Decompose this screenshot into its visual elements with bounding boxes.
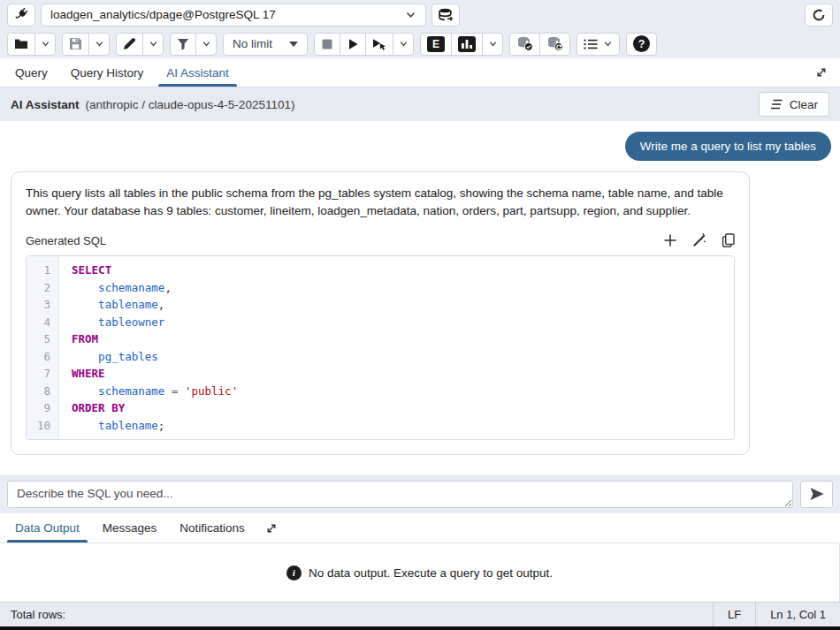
execute-button[interactable] <box>340 33 366 56</box>
line-number: 3 <box>27 296 58 314</box>
connection-status-button[interactable] <box>7 4 35 27</box>
sql-code-block[interactable]: 1SELECT2 schemaname,3 tablename,4 tableo… <box>26 255 735 440</box>
funnel-icon <box>177 38 189 50</box>
tab-messages[interactable]: Messages <box>91 513 169 543</box>
clear-button-label: Clear <box>790 98 818 111</box>
explain-analyze-button[interactable] <box>451 33 483 56</box>
explain-group: E <box>420 33 503 56</box>
sql-line: 7WHERE <box>27 365 734 383</box>
file-group <box>7 33 56 56</box>
edit-group <box>116 33 164 56</box>
tab-data-output[interactable]: Data Output <box>4 513 91 543</box>
generated-sql-actions <box>663 233 735 247</box>
macro-spinner-button[interactable] <box>805 4 833 27</box>
expand-editor-button[interactable] <box>806 58 836 87</box>
sql-line-text: tableowner <box>58 314 164 331</box>
expand-diagonal-icon <box>265 522 278 535</box>
sql-line: 6 pg_tables <box>27 348 734 366</box>
list-icon <box>584 38 598 50</box>
line-number: 8 <box>27 383 58 400</box>
refresh-icon <box>812 8 826 22</box>
database-connect-icon <box>438 8 454 22</box>
help-button[interactable]: ? <box>626 33 657 56</box>
tab-data-output-label: Data Output <box>15 521 80 535</box>
expand-output-button[interactable] <box>256 513 286 543</box>
tab-query-label: Query <box>15 66 48 80</box>
tab-query-history[interactable]: Query History <box>59 58 156 87</box>
tabs-spacer <box>241 58 806 87</box>
magic-wand-icon <box>692 233 706 247</box>
folder-icon <box>14 38 28 49</box>
clear-button[interactable]: Clear <box>759 92 829 117</box>
sql-line: 10 tablename; <box>27 417 734 435</box>
info-icon: i <box>286 565 302 581</box>
sql-line: 2 schemaname, <box>27 279 734 297</box>
save-button[interactable] <box>62 33 89 56</box>
explain-menu-button[interactable] <box>482 33 503 56</box>
connection-value: loadgen_analytics/dpage@PostgreSQL 17 <box>50 8 405 21</box>
apply-sql-button[interactable] <box>692 233 706 247</box>
user-message-bubble: Write me a query to list my tables <box>625 132 831 161</box>
explain-icon: E <box>427 36 445 52</box>
stop-button[interactable] <box>314 33 340 56</box>
dropdown-triangle-icon <box>289 42 298 47</box>
cursor-position: Ln 1, Col 1 <box>755 603 840 626</box>
sql-line: 9ORDER BY <box>27 399 734 417</box>
query-toolbar: No limit E <box>0 29 840 58</box>
bar-chart-icon <box>458 36 476 52</box>
sql-line-text: schemaname = 'public' <box>58 383 238 400</box>
edit-button[interactable] <box>116 33 143 56</box>
chevron-down-icon <box>399 39 409 49</box>
save-menu-button[interactable] <box>88 33 110 56</box>
tab-ai-assistant[interactable]: AI Assistant <box>155 58 241 87</box>
rollback-button[interactable] <box>539 33 570 56</box>
chevron-down-icon <box>202 39 211 49</box>
new-connection-button[interactable] <box>431 4 460 27</box>
line-number: 9 <box>27 399 58 417</box>
row-limit-select[interactable]: No limit <box>223 33 308 56</box>
total-rows-label: Total rows: <box>0 608 65 621</box>
connection-select[interactable]: loadgen_analytics/dpage@PostgreSQL 17 <box>41 4 426 27</box>
commit-button[interactable] <box>509 33 540 56</box>
macros-button[interactable] <box>577 33 620 56</box>
explain-button[interactable]: E <box>420 33 452 56</box>
prompt-input[interactable] <box>7 481 793 508</box>
status-bar: Total rows: LF Ln 1, Col 1 <box>0 602 840 626</box>
copy-sql-button[interactable] <box>722 233 735 247</box>
edit-menu-button[interactable] <box>142 33 164 56</box>
ai-assistant-model: (anthropic / claude-opus-4-5-20251101) <box>86 98 295 111</box>
tab-ai-assistant-label: AI Assistant <box>166 66 229 80</box>
open-file-button[interactable] <box>7 33 35 56</box>
execute-to-cursor-button[interactable] <box>365 33 393 56</box>
chevron-down-icon <box>488 39 498 49</box>
insert-sql-button[interactable] <box>663 233 677 247</box>
open-file-menu-button[interactable] <box>34 33 56 56</box>
execute-menu-button[interactable] <box>393 33 414 56</box>
sql-line-text: schemaname, <box>58 279 172 297</box>
tab-notifications[interactable]: Notifications <box>168 513 256 543</box>
window-bottom-edge <box>0 626 840 630</box>
filter-button[interactable] <box>170 33 196 56</box>
macros-group <box>577 33 620 56</box>
generated-sql-header: Generated SQL <box>26 233 735 247</box>
transaction-group <box>509 33 570 56</box>
save-icon <box>69 37 82 50</box>
chevron-down-icon <box>603 39 613 49</box>
chevron-down-icon <box>95 39 104 49</box>
ai-assistant-title: AI Assistant <box>11 98 80 111</box>
database-commit-icon <box>516 36 533 51</box>
filter-menu-button[interactable] <box>195 33 217 56</box>
sql-line-text: tablename, <box>58 296 164 314</box>
sql-code-lines: 1SELECT2 schemaname,3 tablename,4 tableo… <box>27 262 734 434</box>
output-tabs: Data Output Messages Notifications <box>0 513 840 543</box>
send-button[interactable] <box>800 481 833 508</box>
tab-query[interactable]: Query <box>4 58 59 87</box>
sql-line-text: pg_tables <box>58 348 158 366</box>
line-number: 2 <box>27 279 58 297</box>
ai-response-text: This query lists all tables in the publi… <box>26 185 735 220</box>
pencil-icon <box>123 37 136 50</box>
generated-sql-label: Generated SQL <box>26 234 106 247</box>
sql-line: 1SELECT <box>27 262 734 279</box>
eol-indicator[interactable]: LF <box>713 603 755 626</box>
line-number: 7 <box>27 365 58 383</box>
